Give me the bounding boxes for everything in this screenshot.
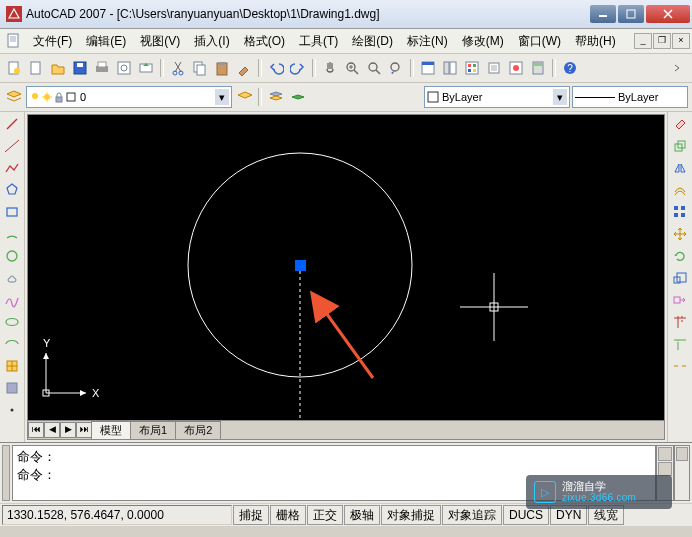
cut-icon[interactable] bbox=[168, 58, 188, 78]
maximize-button[interactable] bbox=[618, 5, 644, 23]
menu-format[interactable]: 格式(O) bbox=[237, 31, 292, 52]
make-block-icon[interactable] bbox=[2, 378, 22, 398]
layer-dropdown[interactable]: 0 ▾ bbox=[26, 86, 232, 108]
layer-states-icon[interactable] bbox=[266, 87, 286, 107]
svg-point-50 bbox=[6, 319, 18, 326]
offset-icon[interactable] bbox=[670, 180, 690, 200]
help-icon[interactable]: ? bbox=[560, 58, 580, 78]
polyline-icon[interactable] bbox=[2, 158, 22, 178]
match-icon[interactable] bbox=[234, 58, 254, 78]
tool-palettes-icon[interactable] bbox=[462, 58, 482, 78]
close-button[interactable] bbox=[646, 5, 690, 23]
sheet-set-icon[interactable] bbox=[484, 58, 504, 78]
menu-tools[interactable]: 工具(T) bbox=[292, 31, 345, 52]
preview-icon[interactable] bbox=[114, 58, 134, 78]
play-icon: ▷ bbox=[534, 481, 556, 503]
zoom-previous-icon[interactable] bbox=[386, 58, 406, 78]
color-dropdown[interactable]: ByLayer ▾ bbox=[424, 86, 570, 108]
titlebar: AutoCAD 2007 - [C:\Users\ranyuanyuan\Des… bbox=[0, 0, 692, 29]
extend-icon[interactable] bbox=[670, 334, 690, 354]
command-resize[interactable] bbox=[674, 445, 690, 501]
save-icon[interactable] bbox=[70, 58, 90, 78]
tab-model[interactable]: 模型 bbox=[91, 421, 131, 439]
move-icon[interactable] bbox=[670, 224, 690, 244]
scale-icon[interactable] bbox=[670, 268, 690, 288]
new-icon[interactable] bbox=[26, 58, 46, 78]
otrack-toggle[interactable]: 对象追踪 bbox=[442, 505, 502, 525]
menu-draw[interactable]: 绘图(D) bbox=[345, 31, 400, 52]
array-icon[interactable] bbox=[670, 202, 690, 222]
erase-icon[interactable] bbox=[670, 114, 690, 134]
snap-toggle[interactable]: 捕捉 bbox=[233, 505, 269, 525]
trim-icon[interactable] bbox=[670, 312, 690, 332]
zoom-realtime-icon[interactable] bbox=[342, 58, 362, 78]
point-icon[interactable] bbox=[2, 400, 22, 420]
redo-icon[interactable] bbox=[288, 58, 308, 78]
menu-view[interactable]: 视图(V) bbox=[133, 31, 187, 52]
grid-toggle[interactable]: 栅格 bbox=[270, 505, 306, 525]
command-handle[interactable] bbox=[2, 445, 10, 501]
circle-icon[interactable] bbox=[2, 246, 22, 266]
svg-line-46 bbox=[7, 119, 17, 129]
drawing-canvas[interactable]: X Y ⏮ ◀ ▶ ⏭ 模型 布局1 布局2 bbox=[27, 114, 665, 440]
layer-isolate-icon[interactable] bbox=[288, 87, 308, 107]
menu-window[interactable]: 窗口(W) bbox=[511, 31, 568, 52]
qnew-icon[interactable] bbox=[4, 58, 24, 78]
menu-dim[interactable]: 标注(N) bbox=[400, 31, 455, 52]
print-icon[interactable] bbox=[92, 58, 112, 78]
tab-prev-icon[interactable]: ◀ bbox=[44, 422, 60, 438]
tab-first-icon[interactable]: ⏮ bbox=[28, 422, 44, 438]
publish-icon[interactable] bbox=[136, 58, 156, 78]
svg-rect-19 bbox=[219, 62, 225, 65]
minimize-button[interactable] bbox=[590, 5, 616, 23]
mdi-minimize-button[interactable]: _ bbox=[634, 33, 652, 49]
mdi-restore-button[interactable]: ❐ bbox=[653, 33, 671, 49]
mdi-buttons: _ ❐ × bbox=[634, 33, 690, 49]
ellipse-arc-icon[interactable] bbox=[2, 334, 22, 354]
paste-icon[interactable] bbox=[212, 58, 232, 78]
linetype-dropdown[interactable]: ByLayer bbox=[572, 86, 688, 108]
osnap-toggle[interactable]: 对象捕捉 bbox=[381, 505, 441, 525]
zoom-window-icon[interactable] bbox=[364, 58, 384, 78]
svg-text:Y: Y bbox=[43, 337, 51, 349]
menu-file[interactable]: 文件(F) bbox=[26, 31, 79, 52]
polar-toggle[interactable]: 极轴 bbox=[344, 505, 380, 525]
menu-modify[interactable]: 修改(M) bbox=[455, 31, 511, 52]
rotate-icon[interactable] bbox=[670, 246, 690, 266]
ellipse-icon[interactable] bbox=[2, 312, 22, 332]
arc-icon[interactable] bbox=[2, 224, 22, 244]
xline-icon[interactable] bbox=[2, 136, 22, 156]
line-icon[interactable] bbox=[2, 114, 22, 134]
coords-readout[interactable]: 1330.1528, 576.4647, 0.0000 bbox=[2, 505, 232, 525]
menu-insert[interactable]: 插入(I) bbox=[187, 31, 236, 52]
layer-manager-icon[interactable] bbox=[4, 87, 24, 107]
menu-edit[interactable]: 编辑(E) bbox=[79, 31, 133, 52]
pan-icon[interactable] bbox=[320, 58, 340, 78]
undo-icon[interactable] bbox=[266, 58, 286, 78]
break-icon[interactable] bbox=[670, 356, 690, 376]
spline-icon[interactable] bbox=[2, 290, 22, 310]
mirror-icon[interactable] bbox=[670, 158, 690, 178]
calculator-icon[interactable] bbox=[528, 58, 548, 78]
revcloud-icon[interactable] bbox=[2, 268, 22, 288]
copy-obj-icon[interactable] bbox=[670, 136, 690, 156]
properties-icon[interactable] bbox=[418, 58, 438, 78]
open-icon[interactable] bbox=[48, 58, 68, 78]
copy-icon[interactable] bbox=[190, 58, 210, 78]
tab-layout1[interactable]: 布局1 bbox=[130, 421, 176, 439]
stretch-icon[interactable] bbox=[670, 290, 690, 310]
designcenter-icon[interactable] bbox=[440, 58, 460, 78]
markup-icon[interactable] bbox=[506, 58, 526, 78]
tab-next-icon[interactable]: ▶ bbox=[60, 422, 76, 438]
ortho-toggle[interactable]: 正交 bbox=[307, 505, 343, 525]
polygon-icon[interactable] bbox=[2, 180, 22, 200]
layer-prev-icon[interactable] bbox=[234, 87, 254, 107]
tab-layout2[interactable]: 布局2 bbox=[175, 421, 221, 439]
menu-help[interactable]: 帮助(H) bbox=[568, 31, 623, 52]
rectangle-icon[interactable] bbox=[2, 202, 22, 222]
chevron-down-icon: ▾ bbox=[215, 89, 229, 105]
tab-last-icon[interactable]: ⏭ bbox=[76, 422, 92, 438]
insert-block-icon[interactable] bbox=[2, 356, 22, 376]
mdi-close-button[interactable]: × bbox=[672, 33, 690, 49]
toolbar-chevron-icon[interactable] bbox=[668, 58, 688, 78]
